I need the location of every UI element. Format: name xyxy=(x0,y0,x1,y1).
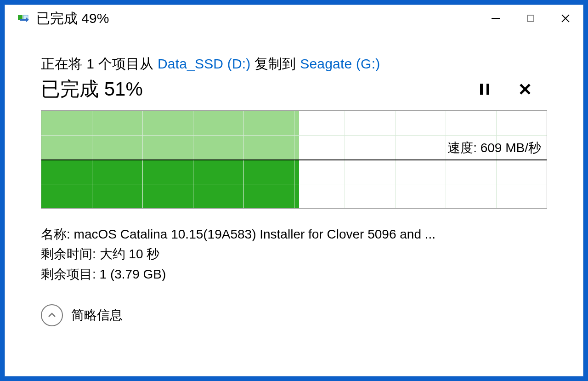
minimize-button[interactable] xyxy=(478,5,513,32)
speed-chart: 速度: 609 MB/秒 xyxy=(41,110,547,209)
chart-speed-label: 速度: 609 MB/秒 xyxy=(447,139,541,157)
pause-button[interactable] xyxy=(475,80,494,98)
copy-middle: 复制到 xyxy=(251,56,300,71)
speed-label-text: 速度: xyxy=(447,141,477,155)
svg-rect-6 xyxy=(480,84,483,95)
details-toggle-label: 简略信息 xyxy=(71,307,123,324)
detail-items-value: 1 (3.79 GB) xyxy=(100,267,166,281)
detail-items-row: 剩余项目: 1 (3.79 GB) xyxy=(41,264,547,284)
titlebar: 已完成 49% xyxy=(5,5,583,32)
source-drive-link[interactable]: Data_SSD (D:) xyxy=(158,56,251,71)
copy-description: 正在将 1 个项目从 Data_SSD (D:) 复制到 Seagate (G:… xyxy=(41,55,547,73)
maximize-button[interactable] xyxy=(513,5,548,32)
detail-time-label: 剩余时间: xyxy=(41,247,96,261)
detail-name-row: 名称: macOS Catalina 10.15(19A583) Install… xyxy=(41,224,547,244)
detail-name-label: 名称: xyxy=(41,227,70,241)
close-button[interactable] xyxy=(548,5,583,32)
window-title: 已完成 49% xyxy=(36,9,109,28)
detail-name-value: macOS Catalina 10.15(19A583) Installer f… xyxy=(74,227,436,241)
svg-rect-3 xyxy=(527,15,534,22)
status-row: 已完成 51% xyxy=(41,76,547,102)
detail-items-label: 剩余项目: xyxy=(41,267,96,281)
progress-status-text: 已完成 51% xyxy=(41,76,475,102)
copy-prefix: 正在将 1 个项目从 xyxy=(41,56,158,71)
svg-rect-7 xyxy=(486,84,489,95)
detail-time-row: 剩余时间: 大约 10 秒 xyxy=(41,244,547,264)
speed-value-text: 609 MB/秒 xyxy=(481,141,541,155)
copy-progress-icon xyxy=(18,13,31,23)
details-toggle[interactable]: 简略信息 xyxy=(41,304,547,326)
details-section: 名称: macOS Catalina 10.15(19A583) Install… xyxy=(41,224,547,284)
dialog-content: 正在将 1 个项目从 Data_SSD (D:) 复制到 Seagate (G:… xyxy=(5,32,583,326)
dest-drive-link[interactable]: Seagate (G:) xyxy=(300,56,380,71)
chevron-up-icon xyxy=(41,304,63,326)
detail-time-value: 大约 10 秒 xyxy=(100,247,160,261)
file-copy-dialog: 已完成 49% 正在将 1 个项目从 Data_SSD (D:) 复制到 Sea… xyxy=(5,5,583,376)
chart-speed-line xyxy=(41,159,547,160)
cancel-button[interactable] xyxy=(516,80,534,98)
